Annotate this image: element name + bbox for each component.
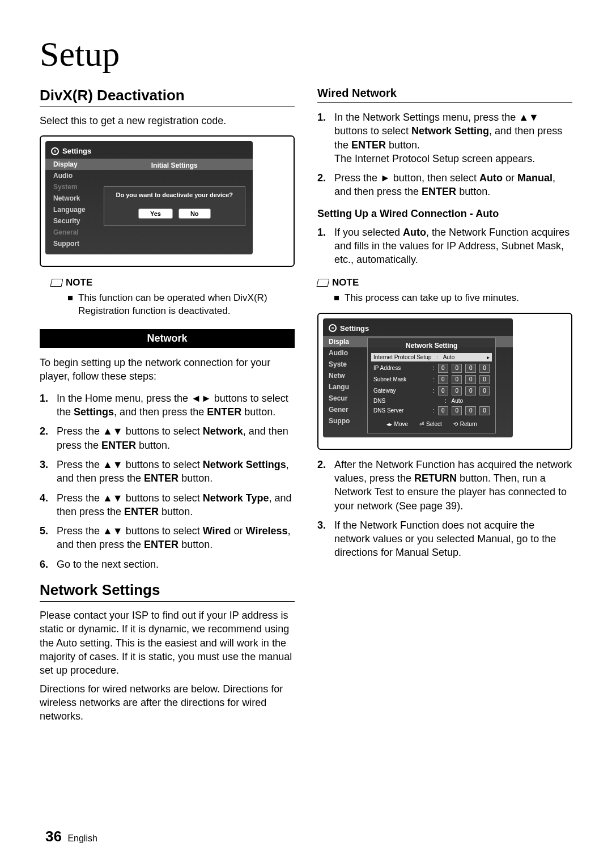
network-step-3: Press the ▲▼ buttons to select Network S… (57, 458, 295, 486)
tv1-dialog-text: Do you want to deactivate your device? (116, 192, 233, 198)
page-footer: 36 English (45, 828, 97, 845)
tv1-dialog: Do you want to deactivate your device? Y… (104, 186, 245, 226)
post-steps-list: 2.After the Network Function has acquire… (317, 458, 572, 560)
heading-auto: Setting Up a Wired Connection - Auto (317, 208, 572, 220)
gear-icon (329, 324, 337, 332)
tv1-yes-button[interactable]: Yes (138, 209, 173, 219)
network-settings-p1: Please contact your ISP to find out if y… (40, 609, 295, 677)
tv1-dialog-title: Initial Settings (151, 161, 198, 169)
network-step-1: In the Home menu, press the ◄► buttons t… (57, 392, 295, 419)
select-hint: ⏎ Select (419, 421, 442, 427)
return-hint: ⟲ Return (453, 421, 477, 427)
post-step-3: If the Network Function does not acquire… (334, 518, 572, 560)
tv1-title: Settings (62, 147, 91, 155)
network-step-6: Go to the next section. (57, 558, 295, 571)
wired-steps-a: 1.In the Network Settings menu, press th… (317, 110, 572, 199)
page-language: English (67, 833, 97, 843)
note-label-2: NOTE (317, 277, 572, 288)
network-step-5: Press the ▲▼ buttons to select Wired or … (57, 524, 295, 552)
tv2-title: Settings (340, 324, 369, 333)
divx-intro-text: Select this to get a new registration co… (40, 114, 295, 127)
screenshot-divx-dialog: Settings Display Audio System Network La… (40, 135, 295, 267)
post-step-2: After the Network Function has acquired … (334, 458, 572, 513)
wired-step-1: In the Network Settings menu, press the … (334, 110, 572, 165)
ip-setup-row[interactable]: Internet Protocol Setup : Auto▸ (371, 353, 492, 361)
net-row-ip-address: IP Address:0000 (373, 364, 490, 373)
move-hint: ◂▸ Move (386, 421, 408, 427)
page-number: 36 (45, 828, 62, 845)
left-column: DivX(R) Deactivation Select this to get … (40, 87, 295, 723)
heading-divx-deactivation: DivX(R) Deactivation (40, 87, 295, 104)
note-icon (317, 279, 330, 287)
network-setting-title: Network Setting (373, 342, 490, 350)
dns-row: DNS: Auto (373, 398, 490, 404)
network-setting-panel: Network Setting Internet Protocol Setup … (367, 338, 496, 433)
wired-step-2: Press the ► button, then select Auto or … (334, 171, 572, 199)
net-row-gateway: Gateway:0000 (373, 386, 490, 395)
auto-step-1: If you selected Auto, the Network Functi… (334, 225, 572, 267)
note-2: This process can take up to five minutes… (334, 292, 572, 305)
tv1-menu-general: General (45, 227, 253, 238)
network-intro: To begin setting up the network connecti… (40, 356, 295, 384)
tv2-bottom-bar: ◂▸ Move ⏎ Select ⟲ Return (373, 421, 490, 427)
tv1-menu-support: Support (45, 238, 253, 249)
tv1-no-button[interactable]: No (178, 209, 211, 219)
heading-network-settings: Network Settings (40, 581, 295, 599)
network-step-4: Press the ▲▼ buttons to select Network T… (57, 491, 295, 519)
network-step-2: Press the ▲▼ buttons to select Network, … (57, 424, 295, 452)
section-bar-network: Network (40, 329, 295, 348)
note-icon (50, 279, 63, 287)
net-row-subnet-mask: Subnet Mask:0000 (373, 375, 490, 384)
note-1: This function can be operated when DivX(… (68, 292, 295, 318)
screenshot-network-setting: Settings Displa Audio Syste Netw Langu S… (317, 313, 572, 450)
heading-wired-network: Wired Network (317, 87, 572, 100)
network-settings-p2: Directions for wired networks are below.… (40, 682, 295, 724)
note-label-1: NOTE (51, 277, 295, 288)
right-column: Wired Network 1.In the Network Settings … (317, 87, 572, 723)
auto-step1-list: 1.If you selected Auto, the Network Func… (317, 225, 572, 267)
page-title: Setup (40, 34, 572, 74)
dns-server-row: DNS Server:0000 (373, 406, 490, 415)
network-steps-list: 1.In the Home menu, press the ◄► buttons… (40, 392, 295, 571)
gear-icon (51, 147, 59, 155)
